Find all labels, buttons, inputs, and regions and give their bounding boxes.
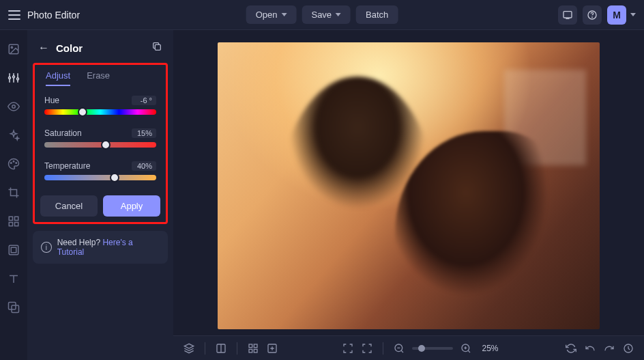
svg-rect-16 [9,245,18,255]
svg-rect-14 [9,223,12,226]
color-panel: ← Color Adjust Erase Hue -6 ° Saturat [27,30,173,360]
avatar[interactable]: M [607,5,626,25]
save-button[interactable]: Save [302,5,351,24]
temperature-label: Temperature [44,161,90,171]
saturation-label: Saturation [44,128,82,138]
chevron-down-icon [336,13,341,16]
cancel-button[interactable]: Cancel [40,195,98,217]
svg-rect-15 [15,223,18,226]
info-panel-icon[interactable] [266,342,278,355]
compare-icon[interactable] [215,342,227,355]
hue-slider-thumb[interactable] [78,107,87,117]
svg-rect-22 [249,344,252,348]
tool-icon-strip [0,30,27,360]
grid-view-icon[interactable] [247,342,259,355]
batch-button[interactable]: Batch [356,5,398,24]
saturation-value: 15% [132,128,156,138]
svg-point-2 [592,17,593,18]
svg-point-5 [9,77,11,79]
svg-point-4 [11,46,12,48]
zoom-in-icon[interactable] [460,342,472,355]
saturation-slider-thumb[interactable] [101,140,111,150]
help-icon[interactable] [583,5,602,25]
grid-tool-icon[interactable] [7,214,20,228]
adjust-tool-icon[interactable] [7,71,20,85]
text-tool-icon[interactable] [7,272,20,286]
temperature-slider[interactable] [44,175,156,180]
history-icon[interactable] [622,342,634,355]
apply-button[interactable]: Apply [103,195,160,217]
svg-point-6 [13,76,15,78]
chevron-down-icon[interactable] [630,13,636,16]
top-bar: Photo Editor Open Save Batch M [0,0,644,30]
zoom-value: 25% [479,344,502,353]
fullscreen-icon[interactable] [342,342,354,355]
eye-tool-icon[interactable] [7,100,20,113]
help-box[interactable]: i Need Help? Here's a Tutorial [33,231,168,264]
hue-value: -6 ° [132,96,156,105]
tab-erase[interactable]: Erase [87,70,110,86]
adjust-controls-highlight: Adjust Erase Hue -6 ° Saturation 15% [33,63,168,224]
tab-adjust[interactable]: Adjust [46,70,70,86]
overlay-tool-icon[interactable] [7,301,20,314]
temperature-slider-thumb[interactable] [110,173,119,182]
hue-slider[interactable] [44,109,156,115]
palette-tool-icon[interactable] [7,157,20,171]
temperature-value: 40% [132,161,156,171]
svg-rect-13 [15,217,18,220]
svg-rect-25 [254,349,257,352]
open-button[interactable]: Open [246,5,297,24]
svg-point-9 [11,163,12,164]
sparkle-tool-icon[interactable] [7,128,20,142]
saturation-slider[interactable] [44,142,156,148]
hamburger-menu-icon[interactable] [8,10,20,20]
feedback-icon[interactable] [558,5,577,25]
undo-icon[interactable] [584,342,596,355]
refresh-icon[interactable] [565,342,577,355]
info-icon: i [41,242,52,253]
hue-label: Hue [44,96,59,105]
svg-rect-17 [11,247,16,253]
svg-rect-24 [249,349,252,352]
photo-preview [218,42,600,329]
canvas-area[interactable] [173,30,644,335]
panel-title: Color [56,42,145,54]
layers-icon[interactable] [183,342,195,355]
app-title: Photo Editor [27,10,80,20]
chevron-down-icon [281,13,287,16]
crop-tool-icon[interactable] [7,186,20,199]
svg-point-11 [16,163,17,164]
zoom-scale-indicator[interactable] [412,347,453,350]
redo-icon[interactable] [603,342,615,355]
bottom-toolbar: 25% [173,335,644,360]
fit-screen-icon[interactable] [361,342,373,355]
image-tool-icon[interactable] [7,42,20,56]
zoom-out-icon[interactable] [393,342,405,355]
back-arrow-icon[interactable]: ← [38,42,49,54]
svg-point-7 [17,78,19,80]
svg-rect-0 [564,11,572,17]
svg-rect-23 [254,344,257,348]
svg-rect-12 [9,217,12,220]
svg-rect-20 [155,44,160,50]
svg-point-8 [12,105,16,109]
svg-point-10 [13,161,14,163]
frame-tool-icon[interactable] [7,243,20,257]
copy-icon[interactable] [151,41,162,55]
help-prefix: Need Help? [57,238,103,247]
